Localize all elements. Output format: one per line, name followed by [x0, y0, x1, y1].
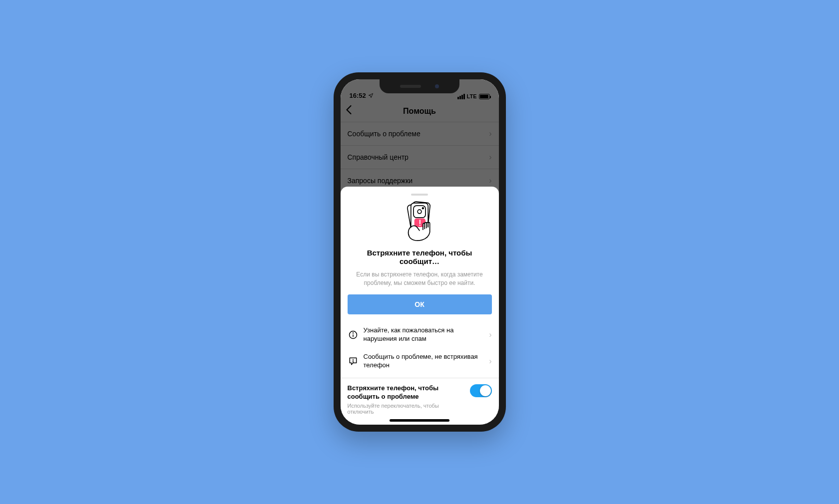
shake-toggle-section: Встряхните телефон, чтобы сообщить о про…: [341, 378, 499, 425]
svg-point-14: [353, 362, 353, 362]
alert-bubble-icon: [348, 356, 359, 366]
front-camera: [435, 84, 439, 88]
link-learn-report-abuse[interactable]: Узнайте, как пожаловаться на нарушения и…: [348, 321, 492, 348]
ok-button[interactable]: ОК: [348, 294, 492, 314]
info-icon: [348, 330, 359, 340]
sheet-drag-handle[interactable]: [411, 194, 428, 196]
home-indicator[interactable]: [390, 419, 449, 422]
speaker-grille: [400, 85, 421, 88]
toggle-title: Встряхните телефон, чтобы сообщить о про…: [348, 384, 464, 401]
shake-phone-illustration-icon: [348, 200, 492, 243]
link-label: Сообщить о проблеме, не встряхивая телеф…: [364, 353, 484, 370]
link-report-without-shake[interactable]: Сообщить о проблеме, не встряхивая телеф…: [348, 348, 492, 375]
shake-to-report-sheet: Встряхните телефон, чтобы сообщит… Если …: [341, 187, 499, 425]
chevron-right-icon: ›: [489, 357, 491, 366]
link-label: Узнайте, как пожаловаться на нарушения и…: [364, 326, 484, 343]
svg-point-5: [422, 208, 424, 209]
phone-screen: 16:52 LTE Помощь Сообщить о проблеме: [341, 79, 499, 425]
shake-toggle-switch[interactable]: [470, 384, 492, 397]
sheet-title: Встряхните телефон, чтобы сообщит…: [348, 249, 492, 265]
toggle-subtitle: Используйте переключатель, чтобы отключи…: [348, 403, 464, 415]
svg-point-12: [353, 332, 353, 333]
chevron-right-icon: ›: [489, 330, 491, 339]
sheet-description: Если вы встряхнете телефон, когда замети…: [348, 270, 492, 287]
switch-knob: [480, 385, 491, 396]
notch: [380, 79, 459, 93]
phone-frame: 16:52 LTE Помощь Сообщить о проблеме: [334, 72, 506, 432]
svg-point-9: [420, 225, 420, 226]
